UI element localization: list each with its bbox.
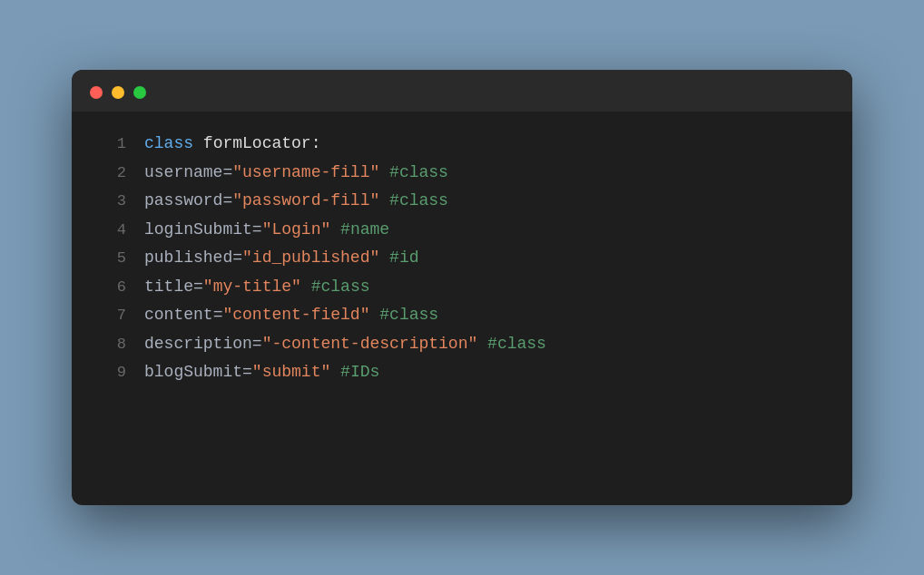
code-line-2: 2 username = "username-fill" #class xyxy=(90,159,825,188)
variable-name: blogSubmit xyxy=(144,358,242,387)
code-line-1: 1 class formLocator: xyxy=(90,130,825,159)
keyword-class: class xyxy=(144,130,193,159)
code-line-6: 6 title = "my-title" #class xyxy=(90,273,825,302)
comment: #class xyxy=(389,187,448,216)
comment: #class xyxy=(379,301,438,330)
variable-name: content xyxy=(144,301,213,330)
string-value: "submit" xyxy=(252,358,330,387)
spacer xyxy=(369,301,379,330)
spacer xyxy=(379,159,389,188)
spacer xyxy=(301,273,311,302)
code-line-8: 8 description = "-content-description" #… xyxy=(90,330,825,359)
string-value: "content-field" xyxy=(222,301,369,330)
variable-name: title xyxy=(144,273,193,302)
spacer xyxy=(379,187,389,216)
line-number: 5 xyxy=(90,245,126,272)
equals: = xyxy=(222,187,232,216)
comment: #name xyxy=(340,216,389,245)
equals: = xyxy=(242,358,252,387)
class-name: formLocator: xyxy=(203,130,321,159)
spacer xyxy=(330,358,340,387)
spacer xyxy=(330,216,340,245)
code-line-4: 4 loginSubmit = "Login" #name xyxy=(90,216,825,245)
string-value: "my-title" xyxy=(203,273,301,302)
line-number: 1 xyxy=(90,131,126,158)
line-number: 9 xyxy=(90,359,126,386)
string-value: "Login" xyxy=(262,216,331,245)
equals: = xyxy=(252,216,262,245)
spacer xyxy=(379,244,389,273)
line-number: 2 xyxy=(90,160,126,187)
minimize-button[interactable] xyxy=(112,86,124,99)
string-value: "-content-description" xyxy=(262,330,478,359)
string-value: "password-fill" xyxy=(232,187,379,216)
variable-name: password xyxy=(144,187,222,216)
titlebar xyxy=(72,70,852,112)
variable-name: loginSubmit xyxy=(144,216,252,245)
variable-name: description xyxy=(144,330,252,359)
string-value: "id_published" xyxy=(242,244,379,273)
code-line-3: 3 password = "password-fill" #class xyxy=(90,187,825,216)
equals: = xyxy=(193,273,203,302)
equals: = xyxy=(213,301,223,330)
code-editor: 1 class formLocator: 2 username = "usern… xyxy=(72,112,852,414)
code-line-7: 7 content = "content-field" #class xyxy=(90,301,825,330)
code-line-5: 5 published = "id_published" #id xyxy=(90,244,825,273)
string-value: "username-fill" xyxy=(232,159,379,188)
equals: = xyxy=(232,244,242,273)
comment: #class xyxy=(487,330,546,359)
variable-name: username xyxy=(144,159,222,188)
equals: = xyxy=(222,159,232,188)
spacer xyxy=(477,330,487,359)
comment: #IDs xyxy=(340,358,379,387)
code-line-9: 9 blogSubmit = "submit" #IDs xyxy=(90,358,825,387)
close-button[interactable] xyxy=(90,86,103,99)
line-number: 7 xyxy=(90,302,126,329)
line-number: 8 xyxy=(90,331,126,358)
comment: #class xyxy=(389,159,448,188)
line-number: 4 xyxy=(90,217,126,244)
variable-name: published xyxy=(144,244,232,273)
comment: #id xyxy=(389,244,418,273)
maximize-button[interactable] xyxy=(133,86,146,99)
line-number: 6 xyxy=(90,274,126,301)
comment: #class xyxy=(311,273,370,302)
code-text xyxy=(193,130,203,159)
equals: = xyxy=(252,330,262,359)
line-number: 3 xyxy=(90,188,126,215)
code-window: 1 class formLocator: 2 username = "usern… xyxy=(72,70,852,505)
